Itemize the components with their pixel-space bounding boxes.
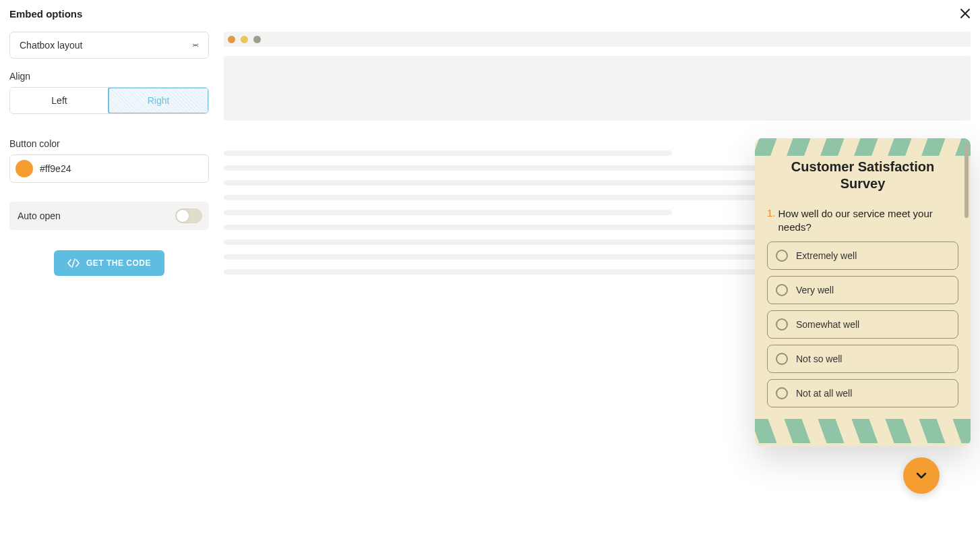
survey-option[interactable]: Extremely well <box>767 241 958 270</box>
survey-option[interactable]: Very well <box>767 276 958 304</box>
close-icon <box>960 8 971 19</box>
radio-icon <box>776 250 788 262</box>
option-label: Very well <box>796 285 834 295</box>
layout-dropdown-value: Chatbox layout <box>20 40 82 51</box>
option-label: Not at all well <box>796 388 852 399</box>
decorative-stripes-icon <box>755 419 971 446</box>
close-button[interactable] <box>960 8 971 19</box>
get-code-label: GET THE CODE <box>86 258 151 268</box>
color-input[interactable] <box>40 163 203 174</box>
auto-open-row: Auto open <box>9 202 209 230</box>
chevron-down-icon <box>915 469 928 482</box>
button-color-label: Button color <box>9 138 209 149</box>
toggle-knob <box>177 210 189 222</box>
preview-pane: Customer Satisfaction Survey 1. How well… <box>224 32 971 284</box>
placeholder-line <box>224 150 672 156</box>
auto-open-toggle[interactable] <box>175 208 202 223</box>
window-dot-icon <box>253 36 261 43</box>
preview-window-chrome <box>224 32 971 47</box>
survey-option[interactable]: Somewhat well <box>767 310 958 339</box>
survey-title: Customer Satisfaction Survey <box>755 156 971 192</box>
placeholder-hero <box>224 56 971 121</box>
question-number: 1. <box>767 207 776 235</box>
radio-icon <box>776 353 788 365</box>
auto-open-label: Auto open <box>18 210 61 221</box>
option-label: Extremely well <box>796 250 857 261</box>
chevron-down-icon <box>192 42 199 49</box>
radio-icon <box>776 387 788 399</box>
survey-chatbox: Customer Satisfaction Survey 1. How well… <box>755 138 971 446</box>
option-label: Not so well <box>796 353 842 364</box>
layout-dropdown[interactable]: Chatbox layout <box>9 32 209 59</box>
button-color-field[interactable] <box>9 154 209 183</box>
chatbox-toggle-button[interactable] <box>903 457 940 494</box>
page-title: Embed options <box>9 8 82 20</box>
option-label: Somewhat well <box>796 319 859 330</box>
survey-option[interactable]: Not so well <box>767 345 958 373</box>
question-text: How well do our service meet your needs? <box>778 207 958 235</box>
align-left-button[interactable]: Left <box>10 88 109 113</box>
window-dot-icon <box>241 36 248 43</box>
color-swatch[interactable] <box>16 160 33 177</box>
get-code-button[interactable]: GET THE CODE <box>54 250 164 276</box>
radio-icon <box>776 284 788 296</box>
decorative-stripes-icon <box>755 138 971 156</box>
align-label: Align <box>9 71 209 82</box>
radio-icon <box>776 318 788 331</box>
survey-option[interactable]: Not at all well <box>767 379 958 407</box>
align-segmented: Left Right <box>9 87 209 114</box>
align-right-button[interactable]: Right <box>108 87 209 114</box>
scrollbar[interactable] <box>964 144 969 218</box>
window-dot-icon <box>228 36 235 43</box>
code-icon <box>67 258 80 268</box>
placeholder-line <box>224 210 672 215</box>
